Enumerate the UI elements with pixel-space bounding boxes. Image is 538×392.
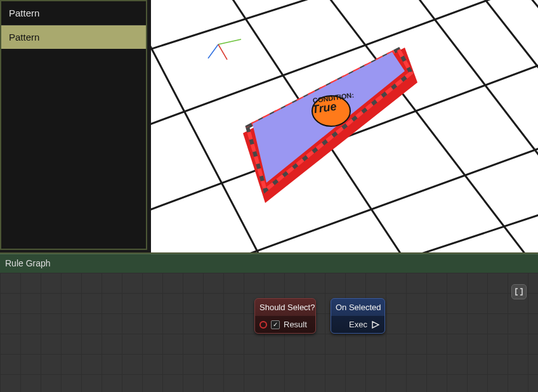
node-title: On Selected xyxy=(331,299,384,316)
sidebar-item-pattern-0[interactable]: Pattern xyxy=(1,1,146,25)
sidebar-item-label: Pattern xyxy=(9,8,39,18)
brackets-icon xyxy=(515,288,523,296)
exec-label: Exec xyxy=(349,320,367,329)
rulegraph-canvas[interactable]: Should Select? ✓ Result On Selected Exec xyxy=(0,273,538,392)
node-title: Should Select? xyxy=(255,299,315,316)
result-label: Result xyxy=(284,320,307,329)
top-region: Pattern Pattern xyxy=(0,0,538,254)
node-body: Exec xyxy=(331,316,384,333)
node-on-selected[interactable]: On Selected Exec xyxy=(331,298,385,334)
viewport-3d[interactable]: CONDITION: True xyxy=(151,0,538,252)
output-pin-icon[interactable] xyxy=(259,321,267,329)
root: Pattern Pattern xyxy=(0,0,538,392)
expand-button[interactable] xyxy=(511,284,527,299)
node-should-select[interactable]: Should Select? ✓ Result xyxy=(254,298,316,334)
exec-pin-icon[interactable] xyxy=(371,320,380,329)
node-body: ✓ Result xyxy=(255,316,315,333)
svg-marker-22 xyxy=(372,322,379,328)
result-checkbox[interactable]: ✓ xyxy=(271,320,280,329)
rulegraph-title: Rule Graph xyxy=(5,258,51,268)
rulegraph-header: Rule Graph xyxy=(0,254,538,273)
sidebar: Pattern Pattern xyxy=(0,0,147,250)
sidebar-item-pattern-1[interactable]: Pattern xyxy=(1,25,146,49)
viewport-canvas: CONDITION: True xyxy=(151,0,538,252)
sidebar-item-label: Pattern xyxy=(9,32,39,42)
